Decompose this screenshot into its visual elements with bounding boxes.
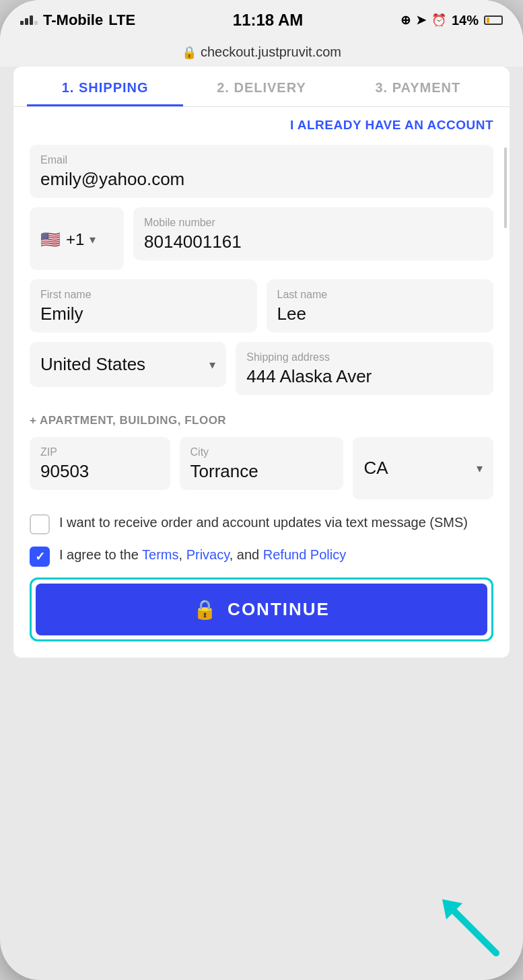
- city-field[interactable]: City Torrance: [180, 437, 344, 490]
- svg-line-0: [449, 906, 496, 953]
- email-field[interactable]: Email emily@yahoo.com: [30, 145, 493, 198]
- comma1: ,: [179, 547, 186, 562]
- sms-checkbox-label: I want to receive order and account upda…: [59, 513, 468, 532]
- name-row: First name Emily Last name Lee: [30, 279, 493, 332]
- lock-icon: 🔒: [182, 45, 197, 60]
- agree-checkbox-row: I agree to the Terms, Privacy, and Refun…: [30, 545, 493, 567]
- carrier-label: T-Mobile: [43, 11, 103, 29]
- battery-icon: [484, 15, 503, 25]
- mobile-label: Mobile number: [144, 217, 483, 229]
- sms-checkbox[interactable]: [30, 514, 50, 534]
- state-selector[interactable]: CA ▾: [353, 437, 493, 499]
- scrollbar[interactable]: [504, 147, 507, 228]
- apartment-link[interactable]: + APARTMENT, BUILDING, FLOOR: [30, 414, 493, 427]
- battery-percent: 14%: [452, 13, 479, 28]
- country-code-selector[interactable]: 🇺🇸 +1 ▾: [30, 207, 124, 270]
- email-label: Email: [40, 154, 483, 166]
- signal-icon: [20, 15, 38, 25]
- terms-link[interactable]: Terms: [142, 547, 178, 562]
- lock-btn-icon: 🔒: [193, 598, 217, 621]
- first-name-label: First name: [40, 289, 246, 301]
- tab-payment[interactable]: 3. PAYMENT: [340, 67, 496, 106]
- address-row: United States ▾ Shipping address 444 Ala…: [30, 342, 493, 405]
- url-text: checkout.justpruvit.com: [201, 44, 341, 60]
- last-name-label: Last name: [277, 289, 483, 301]
- agree-checkbox[interactable]: [30, 547, 50, 567]
- city-label: City: [190, 446, 333, 458]
- phone-frame: T-Mobile LTE 11:18 AM ⊕ ➤ ⏰ 14% 🔒 checko…: [0, 0, 523, 980]
- mobile-number-field[interactable]: Mobile number 8014001161: [133, 207, 493, 260]
- form-area: I ALREADY HAVE AN ACCOUNT Email emily@ya…: [13, 107, 510, 658]
- tab-shipping[interactable]: 1. SHIPPING: [27, 67, 183, 106]
- main-content: 1. SHIPPING 2. DELIVERY 3. PAYMENT I ALR…: [13, 67, 510, 658]
- arrow-annotation: [435, 893, 503, 960]
- last-name-value: Lee: [277, 304, 306, 324]
- zip-city-state-row: ZIP 90503 City Torrance CA ▾: [30, 437, 493, 499]
- state-value: CA: [363, 458, 388, 479]
- refund-link[interactable]: Refund Policy: [263, 547, 346, 562]
- navigation-icon: ➤: [416, 13, 426, 28]
- country-selector[interactable]: United States ▾: [30, 342, 226, 405]
- phone-row: 🇺🇸 +1 ▾ Mobile number 8014001161: [30, 207, 493, 270]
- city-value: Torrance: [190, 461, 258, 481]
- already-account-text[interactable]: I ALREADY HAVE AN ACCOUNT: [290, 118, 493, 132]
- last-name-field[interactable]: Last name Lee: [267, 279, 494, 332]
- continue-wrapper: 🔒 CONTINUE: [30, 578, 493, 641]
- chevron-down-icon: ▾: [209, 357, 215, 372]
- country-code-value: +1: [66, 230, 84, 249]
- country-value: United States: [40, 354, 145, 375]
- sms-checkbox-row: I want to receive order and account upda…: [30, 513, 493, 534]
- continue-button[interactable]: 🔒 CONTINUE: [36, 584, 487, 635]
- alarm-icon: ⏰: [431, 13, 446, 28]
- first-name-value: Emily: [40, 304, 83, 324]
- zip-field[interactable]: ZIP 90503: [30, 437, 170, 490]
- shipping-address-value: 444 Alaska Aver: [246, 366, 372, 386]
- chevron-down-icon: ▾: [477, 461, 483, 476]
- network-label: LTE: [108, 11, 135, 29]
- us-flag-icon: 🇺🇸: [40, 230, 61, 249]
- location-icon: ⊕: [400, 13, 411, 28]
- chevron-down-icon: ▾: [90, 232, 96, 247]
- mobile-value: 8014001161: [144, 232, 242, 252]
- first-name-field[interactable]: First name Emily: [30, 279, 257, 332]
- status-bar: T-Mobile LTE 11:18 AM ⊕ ➤ ⏰ 14%: [0, 0, 523, 40]
- shipping-address-field[interactable]: Shipping address 444 Alaska Aver: [236, 342, 493, 395]
- privacy-link[interactable]: Privacy: [186, 547, 230, 562]
- email-value: emily@yahoo.com: [40, 169, 184, 189]
- time-display: 11:18 AM: [233, 11, 303, 30]
- agree-prefix: I agree to the: [59, 547, 142, 562]
- agree-label: I agree to the Terms, Privacy, and Refun…: [59, 545, 346, 564]
- tab-delivery[interactable]: 2. DELIVERY: [183, 67, 339, 106]
- agree-suffix: , and: [230, 547, 263, 562]
- already-account-link[interactable]: I ALREADY HAVE AN ACCOUNT: [30, 118, 493, 133]
- shipping-address-label: Shipping address: [246, 351, 483, 363]
- zip-value: 90503: [40, 461, 89, 481]
- url-bar: 🔒 checkout.justpruvit.com: [0, 40, 523, 67]
- tabs-nav: 1. SHIPPING 2. DELIVERY 3. PAYMENT: [13, 67, 510, 107]
- continue-label: CONTINUE: [228, 599, 330, 620]
- zip-label: ZIP: [40, 446, 160, 458]
